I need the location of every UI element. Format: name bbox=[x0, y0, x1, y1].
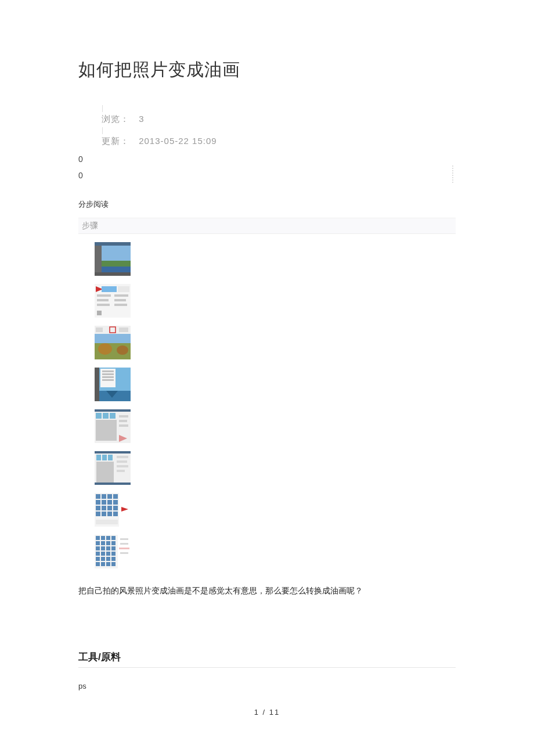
svg-rect-99 bbox=[119, 548, 129, 549]
svg-rect-86 bbox=[101, 552, 105, 556]
step-thumb-6[interactable] bbox=[95, 451, 131, 485]
tool-item: ps bbox=[78, 682, 456, 690]
svg-rect-92 bbox=[111, 557, 116, 561]
intro-text: 把自己拍的风景照片变成油画是不是感觉太有意思，那么要怎么转换成油画呢？ bbox=[78, 584, 456, 598]
svg-rect-82 bbox=[101, 546, 105, 550]
svg-rect-96 bbox=[111, 562, 116, 566]
divider: | bbox=[102, 105, 456, 111]
svg-rect-93 bbox=[96, 562, 100, 566]
svg-rect-35 bbox=[103, 413, 109, 419]
steps-header: 步骤 bbox=[78, 218, 456, 234]
svg-rect-1 bbox=[95, 246, 102, 272]
step-thumb-7[interactable] bbox=[95, 493, 131, 527]
svg-rect-78 bbox=[101, 541, 105, 545]
svg-rect-43 bbox=[96, 455, 101, 460]
svg-rect-10 bbox=[97, 299, 109, 301]
step-thumb-3[interactable] bbox=[95, 326, 131, 359]
svg-rect-68 bbox=[107, 512, 112, 516]
svg-rect-7 bbox=[102, 286, 117, 292]
svg-rect-77 bbox=[96, 541, 100, 545]
svg-rect-9 bbox=[97, 294, 111, 297]
svg-rect-56 bbox=[107, 494, 112, 499]
svg-rect-55 bbox=[102, 494, 106, 499]
svg-rect-38 bbox=[119, 415, 128, 417]
svg-rect-84 bbox=[111, 546, 116, 550]
svg-rect-88 bbox=[111, 552, 116, 556]
svg-rect-11 bbox=[97, 304, 110, 306]
meta-block: | 浏览： 3 | 更新： 2013-05-22 15:09 bbox=[102, 105, 456, 149]
svg-rect-64 bbox=[107, 506, 112, 510]
svg-rect-27 bbox=[102, 370, 114, 372]
svg-rect-79 bbox=[106, 541, 110, 545]
svg-rect-49 bbox=[117, 465, 128, 467]
svg-rect-0 bbox=[95, 242, 131, 246]
svg-rect-58 bbox=[96, 500, 100, 505]
svg-rect-34 bbox=[96, 413, 102, 419]
svg-rect-95 bbox=[106, 562, 110, 566]
svg-rect-29 bbox=[102, 376, 114, 378]
svg-rect-28 bbox=[102, 373, 114, 375]
page-number: 1 / 11 bbox=[0, 708, 534, 728]
count-a: 0 bbox=[78, 153, 456, 165]
svg-rect-67 bbox=[102, 512, 106, 516]
svg-rect-80 bbox=[111, 541, 116, 545]
svg-rect-5 bbox=[95, 272, 131, 276]
svg-rect-75 bbox=[106, 536, 110, 540]
svg-rect-2 bbox=[102, 246, 131, 261]
tools-section-title: 工具/原料 bbox=[78, 650, 456, 668]
svg-rect-70 bbox=[96, 520, 118, 524]
svg-rect-39 bbox=[119, 420, 127, 422]
svg-rect-83 bbox=[106, 546, 110, 550]
svg-rect-17 bbox=[96, 327, 103, 332]
svg-rect-74 bbox=[101, 536, 105, 540]
svg-rect-87 bbox=[106, 552, 110, 556]
svg-rect-63 bbox=[102, 506, 106, 510]
svg-rect-57 bbox=[113, 494, 118, 499]
svg-rect-73 bbox=[96, 536, 100, 540]
step-thumb-4[interactable] bbox=[95, 368, 131, 401]
svg-rect-62 bbox=[96, 506, 100, 510]
svg-rect-61 bbox=[113, 500, 118, 505]
svg-rect-14 bbox=[114, 304, 127, 306]
views-value: 3 bbox=[139, 111, 144, 127]
svg-rect-48 bbox=[117, 460, 127, 463]
svg-point-23 bbox=[117, 345, 128, 355]
svg-rect-89 bbox=[96, 557, 100, 561]
svg-rect-33 bbox=[95, 409, 131, 412]
step-thumb-5[interactable] bbox=[95, 409, 131, 443]
svg-rect-60 bbox=[107, 500, 112, 505]
svg-point-22 bbox=[98, 343, 112, 355]
updated-row: 更新： 2013-05-22 15:09 bbox=[102, 133, 456, 149]
step-thumb-8[interactable] bbox=[95, 535, 131, 568]
svg-rect-19 bbox=[119, 327, 128, 332]
step-read-link[interactable]: 分步阅读 bbox=[78, 199, 456, 210]
svg-rect-50 bbox=[117, 470, 125, 472]
svg-rect-94 bbox=[101, 562, 105, 566]
svg-rect-25 bbox=[95, 368, 99, 401]
step-thumb-1[interactable] bbox=[95, 242, 131, 276]
svg-rect-66 bbox=[96, 512, 100, 516]
step-thumb-2[interactable] bbox=[95, 284, 131, 318]
svg-rect-45 bbox=[108, 455, 113, 460]
views-label: 浏览： bbox=[102, 111, 129, 127]
svg-rect-47 bbox=[117, 456, 128, 458]
svg-rect-98 bbox=[120, 543, 128, 545]
svg-rect-69 bbox=[113, 512, 118, 516]
views-row: 浏览： 3 bbox=[102, 111, 456, 127]
count-b: 0 bbox=[78, 169, 456, 182]
svg-rect-65 bbox=[113, 506, 118, 510]
side-dots-icon bbox=[452, 165, 456, 183]
svg-rect-13 bbox=[114, 299, 126, 301]
page-title: 如何把照片变成油画 bbox=[78, 58, 456, 82]
svg-rect-3 bbox=[102, 261, 131, 267]
svg-rect-40 bbox=[119, 424, 128, 427]
svg-rect-36 bbox=[110, 413, 116, 419]
divider: | bbox=[102, 127, 456, 133]
svg-rect-12 bbox=[114, 294, 128, 297]
svg-rect-30 bbox=[102, 379, 114, 381]
svg-rect-46 bbox=[96, 462, 114, 483]
svg-rect-8 bbox=[118, 286, 129, 292]
svg-rect-54 bbox=[96, 494, 100, 499]
svg-rect-76 bbox=[111, 536, 116, 540]
svg-rect-81 bbox=[96, 546, 100, 550]
